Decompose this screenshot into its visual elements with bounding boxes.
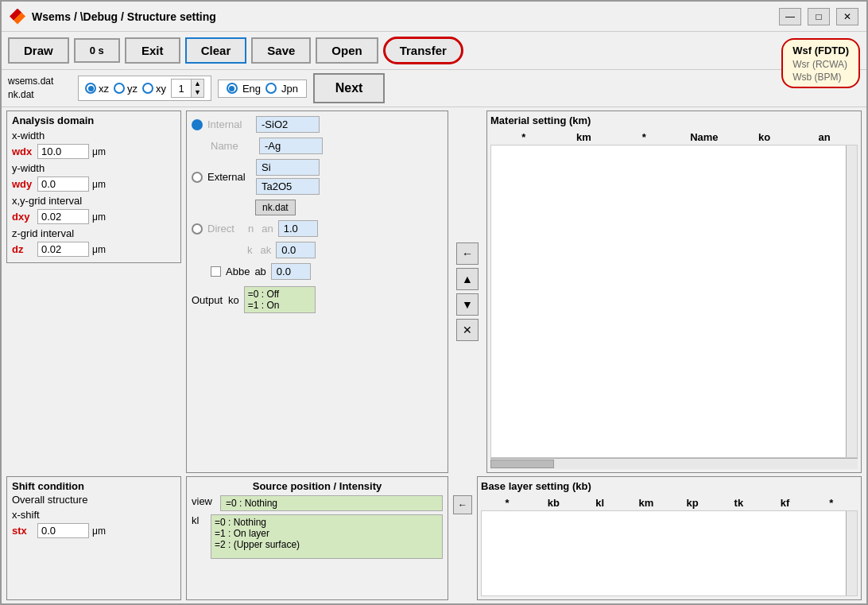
- ak-input[interactable]: [276, 242, 316, 258]
- main-window: Wsems / \Debug / Structure setting — □ ✕…: [0, 0, 868, 605]
- clear-button[interactable]: Clear: [185, 37, 247, 64]
- exit-button[interactable]: Exit: [125, 37, 180, 64]
- wdy-unit: μm: [92, 179, 106, 190]
- wdy-label: wdy: [12, 178, 34, 190]
- xygrid-label: x,y-grid interval: [12, 195, 176, 207]
- plane-xy-option[interactable]: xy: [142, 83, 166, 95]
- wdx-input[interactable]: [37, 144, 89, 159]
- jpn-radio[interactable]: [265, 83, 277, 94]
- n-label: n: [248, 223, 254, 235]
- abbe-row: Abbe ab: [211, 263, 443, 280]
- external-label: External: [207, 171, 251, 183]
- internal-val1-input[interactable]: [256, 116, 320, 133]
- maximize-button[interactable]: □: [808, 8, 830, 25]
- base-left-arrow-button[interactable]: ←: [453, 495, 472, 514]
- direct-label: Direct: [207, 223, 243, 235]
- output-row: Output ko =0 : Off =1 : On: [192, 286, 443, 313]
- dz-label: dz: [12, 243, 34, 255]
- spin-control: 1 ▲ ▼: [171, 79, 204, 98]
- direct-radio[interactable]: [192, 223, 203, 235]
- minimize-button[interactable]: —: [779, 8, 801, 25]
- material-table-content[interactable]: [490, 145, 858, 458]
- open-button[interactable]: Open: [316, 37, 378, 64]
- ab-input[interactable]: [271, 263, 311, 280]
- wdy-row: wdy μm: [12, 176, 176, 192]
- close-arrow-button[interactable]: ✕: [456, 319, 479, 341]
- material-setting-title: Material setting (km): [490, 114, 858, 126]
- kl-dropdown[interactable]: =0 : Nothing =1 : On layer =2 : (Upper s…: [211, 514, 443, 559]
- nkdat-row: nk.dat: [255, 200, 443, 215]
- draw-button[interactable]: Draw: [8, 37, 69, 64]
- base-layer-title: Base layer setting (kb): [481, 480, 858, 492]
- right-panel: Material setting (km) * km * Name ko an: [486, 111, 862, 473]
- shift-condition-title: Shift condition: [12, 480, 176, 492]
- abbe-label: Abbe: [226, 266, 250, 277]
- kl-opt0: =0 : Nothing: [215, 517, 439, 528]
- wsr-rcwa-item[interactable]: Wsr (RCWA): [789, 58, 852, 71]
- dz-input[interactable]: [37, 242, 89, 257]
- kl-label: kl: [192, 514, 207, 526]
- output-dropdown[interactable]: =0 : Off =1 : On: [244, 286, 316, 313]
- stx-input[interactable]: [37, 523, 89, 538]
- wdy-input[interactable]: [37, 176, 89, 192]
- analysis-domain-title: Analysis domain: [12, 114, 176, 126]
- plane-xz-radio[interactable]: [85, 83, 96, 94]
- next-button[interactable]: Next: [313, 73, 385, 103]
- dxy-label: dxy: [12, 211, 34, 223]
- wsb-bpm-item[interactable]: Wsb (BPM): [789, 71, 852, 83]
- name-row: Name: [211, 138, 443, 154]
- close-button[interactable]: ✕: [836, 8, 858, 25]
- material-options-box: Internal Name External: [186, 111, 448, 473]
- plane-yz-option[interactable]: yz: [114, 83, 138, 95]
- dz-unit: μm: [92, 244, 106, 255]
- internal-label: Internal: [207, 118, 251, 130]
- plane-xy-radio[interactable]: [142, 83, 153, 94]
- internal-radio[interactable]: [192, 119, 203, 130]
- eng-radio[interactable]: [227, 83, 238, 94]
- window-controls: — □ ✕: [779, 8, 858, 25]
- output-opt2: =1 : On: [248, 300, 312, 311]
- main-content: Analysis domain x-width wdx μm y-width w…: [2, 107, 866, 476]
- base-layer-scrollbar[interactable]: [846, 511, 857, 595]
- material-setting-box: Material setting (km) * km * Name ko an: [486, 111, 862, 473]
- overall-structure-label: Overall structure: [12, 494, 176, 506]
- external-val1-input[interactable]: [256, 159, 320, 176]
- middle-panel: Internal Name External: [186, 111, 448, 473]
- external-val2-input[interactable]: [256, 178, 320, 195]
- source-position-box: Source position / Intensity view =0 : No…: [186, 476, 448, 600]
- save-button[interactable]: Save: [251, 37, 311, 64]
- xwidth-label: x-width: [12, 130, 176, 142]
- base-layer-table-content[interactable]: [481, 510, 858, 596]
- material-hscroll-thumb: [490, 460, 554, 468]
- left-panel: Analysis domain x-width wdx μm y-width w…: [6, 111, 181, 473]
- internal-row: Internal: [192, 116, 443, 133]
- spin-down-button[interactable]: ▼: [192, 88, 203, 97]
- plane-selector: xz yz xy 1 ▲ ▼: [78, 76, 211, 101]
- spin-up-button[interactable]: ▲: [192, 80, 203, 88]
- timer-display: 0 s: [74, 38, 120, 63]
- plane-yz-radio[interactable]: [114, 83, 125, 94]
- material-hscroll[interactable]: [490, 458, 858, 469]
- external-radio[interactable]: [192, 172, 203, 183]
- nkdat-button[interactable]: nk.dat: [255, 200, 296, 215]
- transfer-button[interactable]: Transfer: [383, 37, 463, 64]
- k-label: k: [247, 244, 253, 256]
- transfer-dropdown: Wsf (FDTD) Wsr (RCWA) Wsb (BPM): [781, 38, 860, 88]
- material-scrollbar[interactable]: [846, 145, 857, 457]
- internal-val2-input[interactable]: [259, 138, 323, 154]
- output-opt1: =0 : Off: [248, 289, 312, 300]
- left-arrow-button[interactable]: ←: [456, 242, 479, 265]
- abbe-checkbox[interactable]: [211, 266, 221, 277]
- stx-unit: μm: [92, 525, 106, 537]
- an-input[interactable]: [278, 220, 318, 237]
- dxy-input[interactable]: [37, 209, 89, 224]
- down-arrow-button[interactable]: ▼: [456, 293, 479, 316]
- wsf-fdtd-item[interactable]: Wsf (FDTD): [789, 43, 852, 58]
- material-table-header: * km * Name ko an: [490, 130, 858, 145]
- second-toolbar: wsems.dat nk.dat xz yz xy 1 ▲ ▼: [2, 70, 866, 107]
- up-arrow-button[interactable]: ▲: [456, 268, 479, 290]
- view-dropdown[interactable]: =0 : Nothing: [220, 495, 443, 511]
- wdx-label: wdx: [12, 145, 34, 157]
- plane-xz-option[interactable]: xz: [85, 83, 109, 95]
- ywidth-label: y-width: [12, 162, 176, 174]
